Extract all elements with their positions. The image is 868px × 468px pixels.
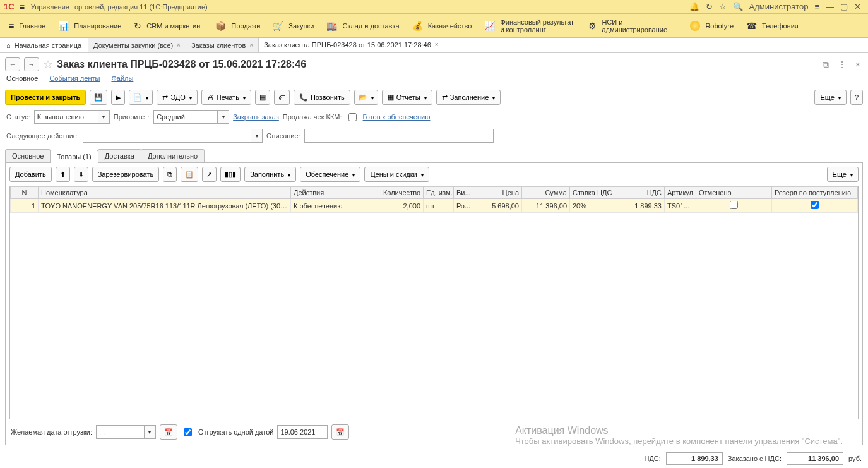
back-button[interactable]: ← [5,57,20,71]
move-down-button[interactable]: ⬇ [74,167,88,182]
nav-admin[interactable]: ⚙НСИ и администрирование [582,14,684,38]
close-window-icon[interactable]: ✕ [854,2,861,11]
tab-goods[interactable]: Товары (1) [50,150,98,163]
paste-button[interactable]: 📋 [181,167,198,182]
reserve-checkbox[interactable] [811,201,819,209]
close-page-icon[interactable]: × [855,59,860,69]
reserve-button[interactable]: Зарезервировать [92,167,160,182]
nav-crm[interactable]: ↻CRM и маркетинг [128,14,209,38]
cell-nomenclature[interactable]: TOYO NANOENERGY VAN 205/75R16 113/111R Л… [39,199,291,213]
save-button[interactable]: 💾 [90,90,107,105]
desc-input[interactable] [304,129,494,143]
fill-button[interactable]: ⇄ Заполнение [436,90,501,105]
status-select[interactable]: К выполнению▾ [34,110,110,124]
folder-button[interactable]: 📂 [354,90,378,105]
nav-purchases[interactable]: 🛒Закупки [266,14,320,38]
col-actions[interactable]: Действия [291,187,360,199]
more-button[interactable]: Еще [814,90,846,105]
reports-button[interactable]: ▦ Отчеты [382,90,432,105]
create-based-button[interactable]: 📄 [129,90,153,105]
cell-price[interactable]: 5 698,00 [475,199,522,213]
cell-reserve[interactable] [772,199,858,213]
cell-unit[interactable]: шт [424,199,454,213]
nav-main[interactable]: ≡Главное [3,14,52,38]
bell-icon[interactable]: 🔔 [689,2,699,11]
col-sku[interactable]: Артикул [665,187,696,199]
next-action-select[interactable]: ▾ [83,129,263,143]
calendar2-button[interactable]: 📅 [331,424,349,440]
tag-button[interactable]: 🏷 [274,90,290,105]
calendar-button[interactable]: 📅 [160,424,177,440]
post-and-close-button[interactable]: Провести и закрыть [5,90,86,105]
post-button[interactable]: ▶ [111,90,125,105]
close-tab-icon[interactable]: × [435,41,439,48]
share-button[interactable]: ↗ [202,167,217,182]
move-up-button[interactable]: ⬆ [56,167,70,182]
close-order-link[interactable]: Закрыть заказ [233,113,279,121]
sale-check-checkbox[interactable] [348,113,357,121]
col-sum[interactable]: Сумма [522,187,570,199]
print-button[interactable]: 🖨 Печать [201,90,251,105]
close-tab-icon[interactable]: × [177,42,181,49]
barcode-button[interactable]: ▮▯▮ [220,167,241,182]
col-unit[interactable]: Ед. изм. [424,187,454,199]
settings-icon[interactable]: ≡ [814,2,819,11]
prices-button[interactable]: Цены и скидки [364,167,429,182]
cell-action[interactable]: К обеспечению [291,199,360,213]
cell-qty[interactable]: 2,000 [360,199,424,213]
tab-main[interactable]: Основное [5,149,51,162]
chevron-down-icon[interactable]: ▾ [251,129,262,142]
col-cancelled[interactable]: Отменено [696,187,772,199]
cell-sku[interactable]: TS01... [665,199,696,213]
search-icon[interactable]: 🔍 [733,2,743,11]
cell-vi[interactable]: Ро... [454,199,475,213]
priority-select[interactable]: Средний▾ [153,110,229,124]
nav-treasury[interactable]: 💰Казначейство [406,14,479,38]
nav-finance[interactable]: 📈Финансовый результат и контроллинг [478,14,582,38]
maximize-icon[interactable]: ▢ [840,2,848,11]
subnav-events[interactable]: События ленты [49,75,100,82]
subnav-main[interactable]: Основное [6,75,38,82]
ready-supply-link[interactable]: Готов к обеспечению [363,113,431,121]
star-icon[interactable]: ☆ [719,2,727,11]
minimize-icon[interactable]: — [826,2,834,11]
col-reserve[interactable]: Резерв по поступлению [772,187,858,199]
col-qty[interactable]: Количество [360,187,424,199]
cell-vat-rate[interactable]: 20% [570,199,619,213]
favorite-icon[interactable]: ☆ [43,57,53,71]
tab-current-order[interactable]: Заказ клиента ПРЦБ-023428 от 15.06.2021 … [259,38,444,52]
tab-extra[interactable]: Дополнительно [141,149,205,162]
home-tab[interactable]: ⌂Начальная страница [0,38,88,52]
one-date-input[interactable]: 19.06.2021 [277,425,328,439]
goods-grid[interactable]: N Номенклатура Действия Количество Ед. и… [9,186,859,419]
ship-date-input[interactable]: . .▾ [96,425,156,439]
chevron-down-icon[interactable]: ▾ [217,111,229,123]
list-button[interactable]: ▤ [255,90,270,105]
history-icon[interactable]: ↻ [706,2,713,11]
inner-more-button[interactable]: Еще [827,167,859,182]
col-price[interactable]: Цена [475,187,522,199]
supply-button[interactable]: Обеспечение [300,167,360,182]
cell-vat[interactable]: 1 899,33 [619,199,665,213]
tab-delivery[interactable]: Доставка [98,149,141,162]
close-tab-icon[interactable]: × [249,42,253,49]
nav-telephony[interactable]: ☎Телефония [740,14,805,38]
copy-button[interactable]: ⧉ [163,167,177,182]
chevron-down-icon[interactable]: ▾ [98,111,109,123]
col-n[interactable]: N [11,187,39,199]
edo-button[interactable]: ⇄ ЭДО [157,90,198,105]
link-icon[interactable]: ⧉ [823,59,829,70]
one-date-checkbox[interactable] [184,428,192,436]
call-button[interactable]: 📞 Позвонить [294,90,350,105]
tab-docs-purchase[interactable]: Документы закупки (все)× [88,38,186,52]
nav-sales[interactable]: 📦Продажи [209,14,266,38]
menu-icon[interactable]: ≡ [20,2,25,12]
add-button[interactable]: Добавить [9,167,52,182]
more-icon[interactable]: ⋮ [838,59,847,69]
nav-robotyre[interactable]: Robotyre [684,14,740,38]
cell-sum[interactable]: 11 396,00 [522,199,570,213]
col-vat-rate[interactable]: Ставка НДС [570,187,619,199]
subnav-files[interactable]: Файлы [111,75,133,82]
cell-n[interactable]: 1 [11,199,39,213]
tab-client-orders[interactable]: Заказы клиентов× [186,38,259,52]
